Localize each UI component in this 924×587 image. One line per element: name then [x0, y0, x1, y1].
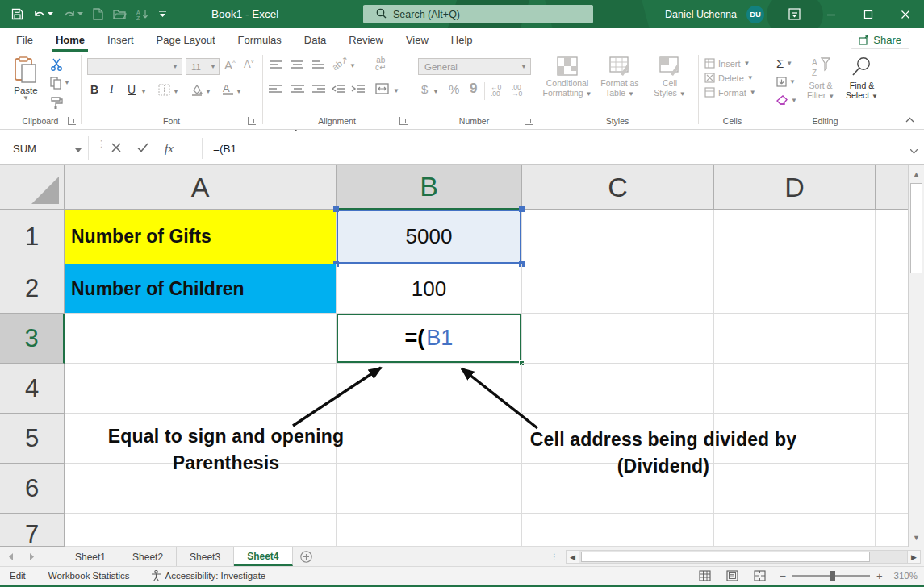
clipboard-dialog-launcher[interactable] [68, 117, 76, 125]
tab-data[interactable]: Data [293, 28, 337, 52]
row-header-2[interactable]: 2 [0, 264, 65, 314]
column-header-partial[interactable] [876, 165, 908, 210]
avatar[interactable]: DU [746, 6, 764, 23]
cell-E2[interactable] [876, 264, 908, 314]
account-area[interactable]: Daniel Uchenna DU [665, 0, 764, 28]
column-header-A[interactable]: A [65, 165, 337, 210]
cell-D7[interactable] [714, 514, 876, 547]
decrease-decimal-button[interactable]: .00→0 [512, 84, 522, 97]
orientation-icon[interactable]: ab↗ [330, 54, 350, 73]
maximize-button[interactable] [850, 0, 887, 28]
new-document-icon[interactable] [93, 8, 103, 20]
decrease-indent-icon[interactable] [332, 84, 345, 96]
font-color-chevron[interactable]: ▼ [236, 89, 242, 95]
bottom-align-icon[interactable] [312, 60, 324, 71]
sort-ascending-icon[interactable]: AZ [136, 9, 149, 20]
sheet-tab-sheet1[interactable]: Sheet1 [62, 547, 119, 566]
insert-cells-button[interactable]: Insert▼ [704, 58, 767, 69]
next-sheet-icon[interactable] [21, 547, 42, 566]
cell-E1[interactable] [876, 210, 908, 264]
fill-color-chevron[interactable]: ▼ [205, 89, 211, 95]
cell-B1[interactable]: 5000 [337, 210, 522, 264]
scroll-left-icon[interactable]: ◀ [567, 551, 579, 563]
cancel-entry-icon[interactable] [111, 141, 121, 156]
search-input[interactable]: Search (Alt+Q) [363, 5, 593, 23]
horizontal-scrollbar[interactable]: ◀ ▶ [566, 550, 921, 564]
name-box-chevron[interactable] [75, 143, 82, 155]
font-name-combobox[interactable]: ▼ [87, 58, 182, 75]
cell-D2[interactable] [714, 264, 876, 314]
cell-A7[interactable] [65, 514, 337, 547]
italic-button[interactable]: I [110, 83, 114, 96]
cell-E4[interactable] [876, 364, 908, 414]
number-format-combobox[interactable]: General▼ [418, 58, 531, 75]
cell-B7[interactable] [337, 514, 522, 547]
name-box[interactable]: SUM [5, 136, 89, 160]
workbook-statistics-button[interactable]: Workbook Statistics [48, 571, 130, 581]
open-folder-icon[interactable] [113, 9, 127, 19]
bold-button[interactable]: B [90, 83, 98, 96]
tab-view[interactable]: View [395, 28, 440, 52]
align-right-icon[interactable] [312, 84, 325, 96]
expand-formula-bar-icon[interactable] [910, 143, 918, 157]
cell-A2[interactable]: Number of Children [65, 264, 337, 314]
enter-entry-icon[interactable] [137, 141, 148, 156]
vertical-scrollbar[interactable]: ▲ ▼ [908, 165, 924, 547]
cell-B2[interactable]: 100 [337, 264, 522, 314]
horizontal-scroll-thumb[interactable] [581, 552, 870, 562]
find-select-button[interactable]: Find & Select ▼ [842, 56, 881, 100]
cell-D4[interactable] [714, 364, 876, 414]
share-button[interactable]: Share [851, 31, 909, 49]
center-align-icon[interactable] [291, 84, 304, 96]
cut-icon[interactable] [50, 58, 63, 73]
tab-home[interactable]: Home [44, 28, 96, 52]
column-header-D[interactable]: D [714, 165, 876, 210]
increase-decimal-button[interactable]: ←0.00 [491, 84, 501, 97]
borders-chevron[interactable]: ▼ [173, 89, 179, 95]
prev-sheet-icon[interactable] [0, 547, 21, 566]
redo-button[interactable] [63, 9, 83, 20]
cell-B3-editing[interactable]: =(B1 [337, 314, 522, 364]
insert-function-icon[interactable]: fx [165, 142, 174, 156]
copy-button[interactable]: ▼ [50, 77, 70, 90]
delete-cells-button[interactable]: Delete▼ [704, 73, 767, 83]
alignment-dialog-launcher[interactable] [399, 117, 408, 125]
scroll-up-icon[interactable]: ▲ [909, 167, 924, 181]
decrease-font-size-button[interactable]: A˅ [244, 58, 254, 70]
cell-A1[interactable]: Number of Gifts [65, 210, 337, 264]
merge-center-icon[interactable] [375, 83, 389, 96]
save-icon[interactable] [11, 8, 23, 20]
column-header-B[interactable]: B [337, 165, 522, 210]
tab-help[interactable]: Help [440, 28, 484, 52]
accounting-chevron[interactable]: ▼ [433, 89, 439, 95]
cell-E7[interactable] [876, 514, 908, 547]
tab-formulas[interactable]: Formulas [227, 28, 293, 52]
zoom-in-icon[interactable]: + [876, 570, 883, 582]
row-header-3[interactable]: 3 [0, 314, 65, 364]
underline-button[interactable]: U [128, 83, 136, 96]
customize-qat-icon[interactable] [159, 11, 166, 18]
cell-E6[interactable] [876, 464, 908, 514]
clear-button[interactable]: ▼ [776, 95, 797, 106]
cell-B4[interactable] [337, 364, 522, 414]
font-size-combobox[interactable]: 11▼ [186, 58, 220, 75]
page-break-preview-icon[interactable] [752, 568, 768, 583]
align-left-icon[interactable] [269, 84, 282, 96]
conditional-formatting-button[interactable]: Conditional Formatting ▼ [541, 56, 593, 98]
new-sheet-button[interactable] [293, 547, 320, 566]
merge-chevron[interactable]: ▼ [393, 88, 399, 94]
sort-filter-button[interactable]: AZ Sort & Filter ▼ [802, 56, 839, 100]
row-header-4[interactable]: 4 [0, 364, 65, 414]
cell-C2[interactable] [522, 264, 714, 314]
tab-review[interactable]: Review [337, 28, 395, 52]
cell-A3[interactable] [65, 314, 337, 364]
cell-E3[interactable] [876, 314, 908, 364]
cell-C4[interactable] [522, 364, 714, 414]
cell-E5[interactable] [876, 414, 908, 464]
row-header-6[interactable]: 6 [0, 464, 65, 514]
cell-C3[interactable] [522, 314, 714, 364]
close-button[interactable] [887, 0, 924, 28]
sheet-tab-sheet2[interactable]: Sheet2 [119, 547, 177, 566]
accounting-format-button[interactable]: $ [421, 82, 428, 96]
zoom-level[interactable]: 310% [894, 571, 918, 581]
